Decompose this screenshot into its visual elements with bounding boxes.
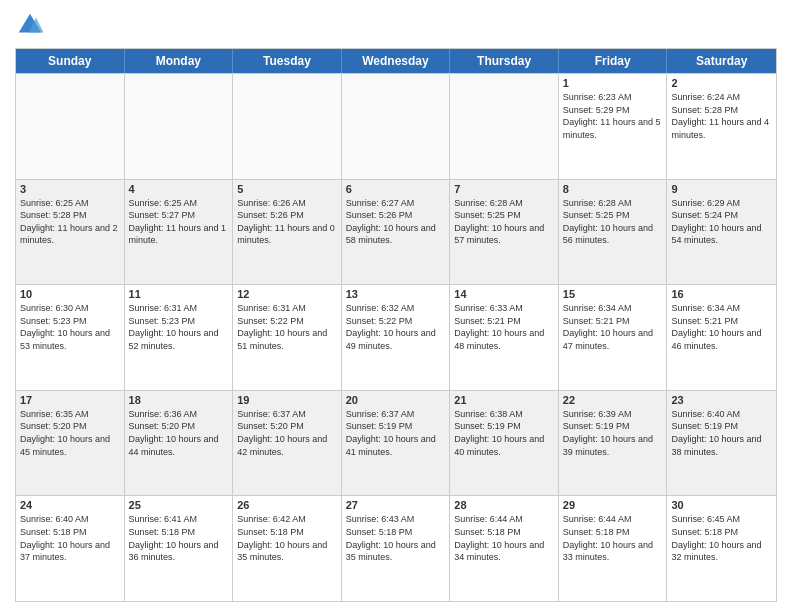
day-number: 8 (563, 183, 663, 195)
day-info: Sunrise: 6:31 AMSunset: 5:22 PMDaylight:… (237, 302, 337, 352)
day-number: 6 (346, 183, 446, 195)
day-cell-11: 11Sunrise: 6:31 AMSunset: 5:23 PMDayligh… (125, 285, 234, 390)
day-number: 21 (454, 394, 554, 406)
day-cell-9: 9Sunrise: 6:29 AMSunset: 5:24 PMDaylight… (667, 180, 776, 285)
day-header-friday: Friday (559, 49, 668, 73)
day-info: Sunrise: 6:36 AMSunset: 5:20 PMDaylight:… (129, 408, 229, 458)
empty-cell (16, 74, 125, 179)
day-header-tuesday: Tuesday (233, 49, 342, 73)
day-cell-2: 2Sunrise: 6:24 AMSunset: 5:28 PMDaylight… (667, 74, 776, 179)
day-cell-7: 7Sunrise: 6:28 AMSunset: 5:25 PMDaylight… (450, 180, 559, 285)
calendar-body: 1Sunrise: 6:23 AMSunset: 5:29 PMDaylight… (16, 73, 776, 601)
day-info: Sunrise: 6:44 AMSunset: 5:18 PMDaylight:… (454, 513, 554, 563)
day-info: Sunrise: 6:24 AMSunset: 5:28 PMDaylight:… (671, 91, 772, 141)
day-number: 12 (237, 288, 337, 300)
day-number: 30 (671, 499, 772, 511)
calendar: SundayMondayTuesdayWednesdayThursdayFrid… (15, 48, 777, 602)
day-number: 7 (454, 183, 554, 195)
day-cell-28: 28Sunrise: 6:44 AMSunset: 5:18 PMDayligh… (450, 496, 559, 601)
day-number: 23 (671, 394, 772, 406)
day-info: Sunrise: 6:34 AMSunset: 5:21 PMDaylight:… (563, 302, 663, 352)
day-cell-22: 22Sunrise: 6:39 AMSunset: 5:19 PMDayligh… (559, 391, 668, 496)
day-info: Sunrise: 6:37 AMSunset: 5:20 PMDaylight:… (237, 408, 337, 458)
day-cell-24: 24Sunrise: 6:40 AMSunset: 5:18 PMDayligh… (16, 496, 125, 601)
day-info: Sunrise: 6:23 AMSunset: 5:29 PMDaylight:… (563, 91, 663, 141)
day-cell-1: 1Sunrise: 6:23 AMSunset: 5:29 PMDaylight… (559, 74, 668, 179)
day-cell-26: 26Sunrise: 6:42 AMSunset: 5:18 PMDayligh… (233, 496, 342, 601)
week-row-5: 24Sunrise: 6:40 AMSunset: 5:18 PMDayligh… (16, 495, 776, 601)
day-info: Sunrise: 6:25 AMSunset: 5:27 PMDaylight:… (129, 197, 229, 247)
day-info: Sunrise: 6:28 AMSunset: 5:25 PMDaylight:… (563, 197, 663, 247)
day-number: 5 (237, 183, 337, 195)
day-header-sunday: Sunday (16, 49, 125, 73)
day-header-wednesday: Wednesday (342, 49, 451, 73)
day-cell-14: 14Sunrise: 6:33 AMSunset: 5:21 PMDayligh… (450, 285, 559, 390)
day-cell-25: 25Sunrise: 6:41 AMSunset: 5:18 PMDayligh… (125, 496, 234, 601)
day-header-thursday: Thursday (450, 49, 559, 73)
week-row-3: 10Sunrise: 6:30 AMSunset: 5:23 PMDayligh… (16, 284, 776, 390)
day-info: Sunrise: 6:45 AMSunset: 5:18 PMDaylight:… (671, 513, 772, 563)
day-number: 10 (20, 288, 120, 300)
empty-cell (125, 74, 234, 179)
day-info: Sunrise: 6:30 AMSunset: 5:23 PMDaylight:… (20, 302, 120, 352)
week-row-4: 17Sunrise: 6:35 AMSunset: 5:20 PMDayligh… (16, 390, 776, 496)
day-info: Sunrise: 6:28 AMSunset: 5:25 PMDaylight:… (454, 197, 554, 247)
day-cell-21: 21Sunrise: 6:38 AMSunset: 5:19 PMDayligh… (450, 391, 559, 496)
day-cell-23: 23Sunrise: 6:40 AMSunset: 5:19 PMDayligh… (667, 391, 776, 496)
day-info: Sunrise: 6:25 AMSunset: 5:28 PMDaylight:… (20, 197, 120, 247)
day-number: 15 (563, 288, 663, 300)
day-cell-3: 3Sunrise: 6:25 AMSunset: 5:28 PMDaylight… (16, 180, 125, 285)
day-number: 28 (454, 499, 554, 511)
day-info: Sunrise: 6:41 AMSunset: 5:18 PMDaylight:… (129, 513, 229, 563)
day-number: 17 (20, 394, 120, 406)
day-number: 24 (20, 499, 120, 511)
day-number: 16 (671, 288, 772, 300)
day-cell-6: 6Sunrise: 6:27 AMSunset: 5:26 PMDaylight… (342, 180, 451, 285)
day-info: Sunrise: 6:33 AMSunset: 5:21 PMDaylight:… (454, 302, 554, 352)
day-number: 14 (454, 288, 554, 300)
empty-cell (342, 74, 451, 179)
day-number: 29 (563, 499, 663, 511)
day-info: Sunrise: 6:44 AMSunset: 5:18 PMDaylight:… (563, 513, 663, 563)
day-number: 27 (346, 499, 446, 511)
header (15, 10, 777, 40)
day-header-saturday: Saturday (667, 49, 776, 73)
day-info: Sunrise: 6:40 AMSunset: 5:19 PMDaylight:… (671, 408, 772, 458)
day-number: 11 (129, 288, 229, 300)
empty-cell (233, 74, 342, 179)
week-row-1: 1Sunrise: 6:23 AMSunset: 5:29 PMDaylight… (16, 73, 776, 179)
day-info: Sunrise: 6:35 AMSunset: 5:20 PMDaylight:… (20, 408, 120, 458)
day-cell-10: 10Sunrise: 6:30 AMSunset: 5:23 PMDayligh… (16, 285, 125, 390)
day-cell-5: 5Sunrise: 6:26 AMSunset: 5:26 PMDaylight… (233, 180, 342, 285)
day-number: 25 (129, 499, 229, 511)
day-cell-19: 19Sunrise: 6:37 AMSunset: 5:20 PMDayligh… (233, 391, 342, 496)
day-info: Sunrise: 6:43 AMSunset: 5:18 PMDaylight:… (346, 513, 446, 563)
day-cell-12: 12Sunrise: 6:31 AMSunset: 5:22 PMDayligh… (233, 285, 342, 390)
day-number: 19 (237, 394, 337, 406)
day-info: Sunrise: 6:42 AMSunset: 5:18 PMDaylight:… (237, 513, 337, 563)
day-number: 13 (346, 288, 446, 300)
day-number: 22 (563, 394, 663, 406)
day-info: Sunrise: 6:26 AMSunset: 5:26 PMDaylight:… (237, 197, 337, 247)
day-cell-20: 20Sunrise: 6:37 AMSunset: 5:19 PMDayligh… (342, 391, 451, 496)
day-number: 26 (237, 499, 337, 511)
day-info: Sunrise: 6:39 AMSunset: 5:19 PMDaylight:… (563, 408, 663, 458)
day-info: Sunrise: 6:27 AMSunset: 5:26 PMDaylight:… (346, 197, 446, 247)
day-info: Sunrise: 6:32 AMSunset: 5:22 PMDaylight:… (346, 302, 446, 352)
day-cell-17: 17Sunrise: 6:35 AMSunset: 5:20 PMDayligh… (16, 391, 125, 496)
empty-cell (450, 74, 559, 179)
day-cell-15: 15Sunrise: 6:34 AMSunset: 5:21 PMDayligh… (559, 285, 668, 390)
day-number: 4 (129, 183, 229, 195)
day-number: 18 (129, 394, 229, 406)
day-cell-8: 8Sunrise: 6:28 AMSunset: 5:25 PMDaylight… (559, 180, 668, 285)
day-info: Sunrise: 6:34 AMSunset: 5:21 PMDaylight:… (671, 302, 772, 352)
day-cell-4: 4Sunrise: 6:25 AMSunset: 5:27 PMDaylight… (125, 180, 234, 285)
day-cell-29: 29Sunrise: 6:44 AMSunset: 5:18 PMDayligh… (559, 496, 668, 601)
day-number: 2 (671, 77, 772, 89)
day-number: 9 (671, 183, 772, 195)
day-info: Sunrise: 6:38 AMSunset: 5:19 PMDaylight:… (454, 408, 554, 458)
day-number: 20 (346, 394, 446, 406)
day-number: 3 (20, 183, 120, 195)
day-info: Sunrise: 6:29 AMSunset: 5:24 PMDaylight:… (671, 197, 772, 247)
week-row-2: 3Sunrise: 6:25 AMSunset: 5:28 PMDaylight… (16, 179, 776, 285)
